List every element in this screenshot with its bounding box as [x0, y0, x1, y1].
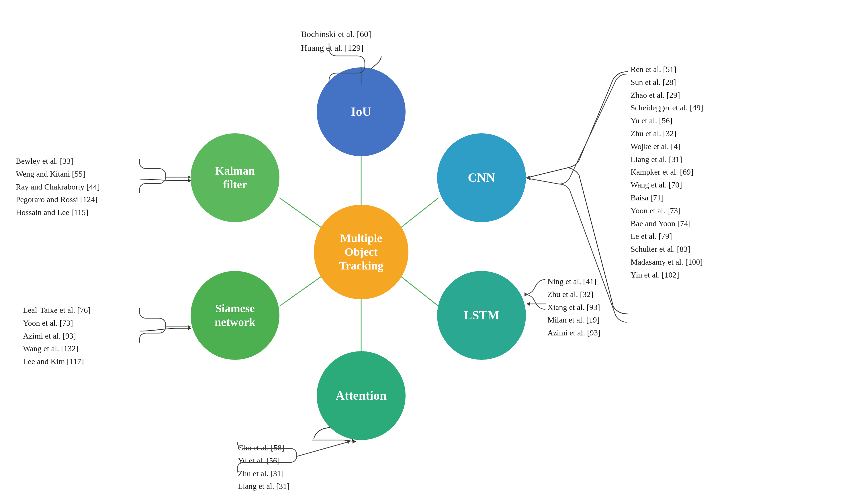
siamese-annotation: Leal-Taixe et al. [76] Yoon et al. [73] … [23, 304, 90, 368]
cnn-annotation: Ren et al. [51] Sun et al. [28] Zhao et … [631, 63, 703, 281]
svg-line-5 [279, 198, 322, 228]
lstm-node: LSTM [437, 271, 526, 360]
svg-marker-11 [526, 302, 530, 306]
siamese-node: Siamesenetwork [191, 271, 279, 360]
attention-node: Attention [317, 351, 406, 440]
svg-line-1 [400, 198, 439, 228]
kalman-node: Kalmanfilter [191, 133, 279, 222]
iou-annotation: Bochinski et al. [60] Huang et al. [129] [301, 27, 371, 55]
iou-node: IoU [317, 67, 406, 156]
svg-line-4 [279, 276, 322, 306]
kalman-annotation: Bewley et al. [33] Weng and Kitani [55] … [16, 155, 100, 219]
svg-marker-14 [353, 440, 356, 443]
svg-marker-10 [526, 176, 529, 180]
lstm-annotation: Ning et al. [41] Zhu et al. [32] Xiang e… [547, 275, 600, 340]
svg-line-9 [527, 168, 568, 178]
svg-marker-8 [188, 326, 191, 330]
attention-annotation: Chu et al. [58] Yu et al. [56] Zhu et al… [238, 441, 289, 493]
cnn-node: CNN [437, 133, 526, 222]
connections-svg [0, 0, 867, 504]
diagram-container: MultipleObjectTracking IoU CNN LSTM Atte… [0, 0, 867, 504]
center-node: MultipleObjectTracking [314, 205, 408, 299]
svg-line-2 [400, 276, 439, 306]
